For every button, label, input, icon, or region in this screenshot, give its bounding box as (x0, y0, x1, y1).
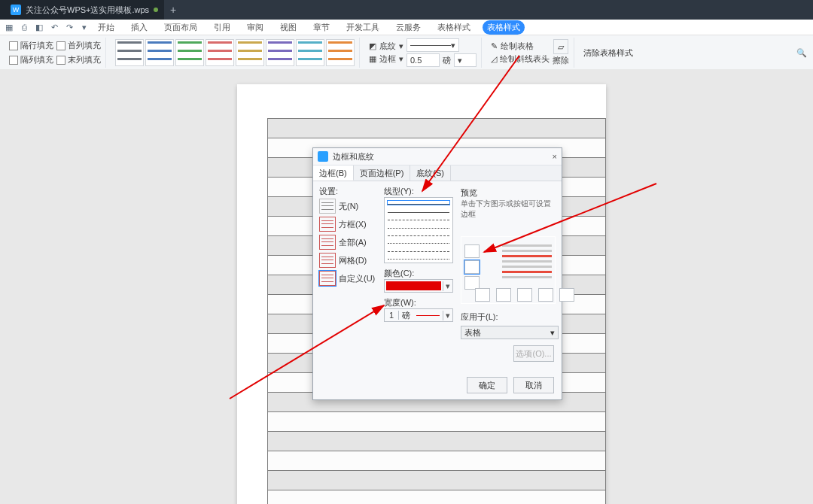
ribbon: 隔行填充 隔列填充 首列填充 末列填充 ◩底纹▾ ▦边框▾ ▾ 0.5磅▾ ✎绘 (0, 35, 813, 71)
preview-label: 预览 (461, 187, 554, 199)
preview-diag2-button[interactable] (559, 288, 574, 302)
caret-icon: ▾ (443, 281, 452, 291)
options-button: 选项(O)... (513, 345, 554, 362)
eraser-button[interactable]: ▱擦除 (553, 39, 569, 66)
width-dropdown[interactable]: 1 磅 ▾ (384, 308, 453, 322)
setting-grid[interactable]: 网格(D) (319, 253, 378, 268)
tab-dev[interactable]: 开发工具 (342, 20, 384, 35)
tab-insert[interactable]: 插入 (126, 20, 152, 35)
diagonal-icon: ◿ (491, 54, 497, 64)
tab-review[interactable]: 审阅 (242, 20, 268, 35)
plus-icon: + (170, 4, 176, 16)
border-shading-dialog: 边框和底纹 × 边框(B) 页面边框(P) 底纹(S) 设置: 无(N) 方框(… (312, 147, 562, 400)
dialog-tab-shade[interactable]: 底纹(S) (410, 165, 451, 181)
line-width-dropdown[interactable]: 0.5 (406, 53, 440, 67)
table-style-swatch[interactable] (145, 39, 174, 66)
color-dropdown[interactable]: ▾ (384, 279, 453, 293)
tab-view[interactable]: 视图 (276, 20, 301, 35)
dialog-title: 边框和底纹 (333, 151, 374, 162)
chk-col-alt[interactable]: 隔列填充 (9, 54, 53, 65)
draw-group: ✎绘制表格 ◿绘制斜线表头 ▱擦除 (486, 38, 574, 68)
preview-left-button[interactable] (496, 288, 511, 302)
tab-section[interactable]: 章节 (309, 20, 334, 35)
wps-doc-icon: W (11, 5, 21, 15)
table-style-swatch[interactable] (206, 39, 234, 66)
draw-diagonal-button[interactable]: ◿绘制斜线表头 (491, 53, 550, 65)
width-unit: 磅 (399, 310, 413, 321)
setting-all[interactable]: 全部(A) (319, 235, 378, 250)
undo-icon[interactable]: ↶ (50, 23, 59, 32)
width-label: 宽度(W): (384, 297, 458, 308)
fill-options-group: 隔行填充 隔列填充 首列填充 末列填充 (5, 38, 106, 68)
new-tab-button[interactable]: + (164, 0, 182, 20)
tab-cloud[interactable]: 云服务 (391, 20, 425, 35)
eraser-icon: ▱ (553, 39, 568, 54)
preview-hmid-button[interactable] (464, 260, 480, 274)
setting-custom[interactable]: 自定义(U) (319, 271, 378, 286)
color-label: 颜色(C): (384, 268, 458, 279)
line-style-dropdown[interactable]: ▾ (406, 38, 459, 52)
color-swatch (386, 281, 441, 290)
close-icon[interactable]: × (553, 152, 557, 161)
cancel-button[interactable]: 取消 (513, 377, 554, 393)
clear-style-button[interactable]: 清除表格样式 (583, 47, 633, 59)
preview-sample (502, 244, 552, 282)
line-unit-label: 磅 (443, 55, 451, 66)
shade-label[interactable]: 底纹 (379, 41, 396, 52)
line-color-dropdown[interactable]: ▾ (454, 53, 477, 67)
shade-icon: ◩ (369, 41, 376, 51)
border-icon: ▦ (369, 54, 376, 64)
redo-icon[interactable]: ↷ (65, 23, 74, 32)
tab-start[interactable]: 开始 (93, 20, 119, 35)
chk-row-alt[interactable]: 隔行填充 (9, 40, 53, 51)
caret-icon: ▾ (443, 311, 452, 320)
clear-group: 清除表格样式 (579, 38, 638, 68)
document-tab[interactable]: W 关注公众号WPS+送实用模板.wps (0, 0, 164, 20)
table-style-swatch[interactable] (175, 39, 204, 66)
preview-diag1-button[interactable] (475, 288, 490, 302)
chk-first-col[interactable]: 首列填充 (56, 40, 101, 51)
dialog-tabs: 边框(B) 页面边框(P) 底纹(S) (313, 165, 562, 181)
ok-button[interactable]: 确定 (467, 377, 507, 393)
tab-table-style[interactable]: 表格样式 (483, 20, 525, 35)
pencil-icon: ✎ (491, 41, 498, 51)
titlebar: W 关注公众号WPS+送实用模板.wps + (0, 0, 813, 20)
chk-last-col[interactable]: 末列填充 (56, 54, 101, 65)
table-style-swatch[interactable] (236, 39, 264, 66)
preview-top-button[interactable] (464, 244, 480, 258)
table-style-swatch[interactable] (296, 39, 324, 66)
table-style-swatch[interactable] (326, 39, 355, 66)
dialog-titlebar[interactable]: 边框和底纹 × (313, 148, 562, 165)
setting-label: 设置: (319, 186, 378, 197)
setting-box[interactable]: 方框(X) (319, 217, 378, 232)
tab-layout[interactable]: 页面布局 (160, 20, 202, 35)
tab-table[interactable]: 表格样式 (433, 20, 475, 35)
dialog-tab-border[interactable]: 边框(B) (313, 165, 354, 181)
width-sample-line (416, 315, 440, 316)
setting-none[interactable]: 无(N) (319, 199, 378, 214)
table-style-swatch[interactable] (266, 39, 294, 66)
table-styles-gallery[interactable] (111, 38, 360, 68)
print-icon[interactable]: ⎙ (20, 23, 29, 32)
wps-icon (318, 151, 328, 162)
print-preview-icon[interactable]: ◧ (35, 23, 44, 32)
app-window: W 关注公众号WPS+送实用模板.wps + ▦ ⎙ ◧ ↶ ↷ ▾ 开始 插入… (0, 0, 813, 504)
draw-table-button[interactable]: ✎绘制表格 (491, 41, 550, 52)
search-icon[interactable]: 🔍 (796, 48, 807, 58)
width-value: 1 (385, 311, 399, 320)
preview-area (461, 236, 556, 304)
save-icon[interactable]: ▦ (5, 23, 14, 32)
table-style-swatch[interactable] (115, 39, 144, 66)
more-icon[interactable]: ▾ (80, 23, 89, 32)
apply-dropdown[interactable]: 表格▾ (461, 326, 559, 339)
dialog-tab-page[interactable]: 页面边框(P) (354, 165, 411, 181)
border-options-group: ◩底纹▾ ▦边框▾ ▾ 0.5磅▾ (364, 38, 482, 68)
linestyle-label: 线型(Y): (384, 186, 458, 197)
preview-right-button[interactable] (538, 288, 553, 302)
border-label[interactable]: 边框 (379, 53, 396, 65)
linestyle-list[interactable] (384, 197, 453, 263)
unsaved-dot-icon (154, 8, 158, 12)
preview-vmid-button[interactable] (517, 288, 532, 302)
tab-ref[interactable]: 引用 (209, 20, 235, 35)
document-name: 关注公众号WPS+送实用模板.wps (26, 5, 149, 16)
